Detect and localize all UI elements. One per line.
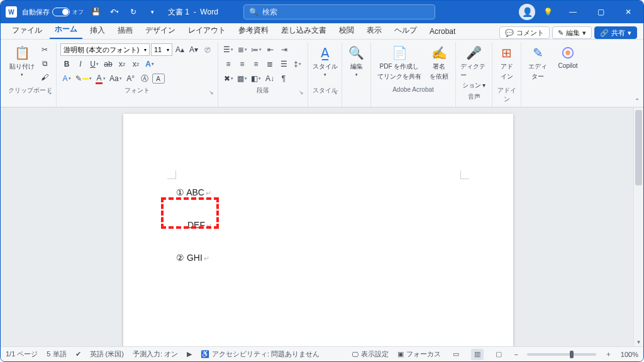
increase-indent-button[interactable]: ⇥ — [278, 43, 291, 56]
text-style-button[interactable]: A▾ — [60, 72, 73, 85]
doc-line-3[interactable]: ② GHI↵ — [176, 251, 212, 266]
close-button[interactable]: ✕ — [616, 1, 641, 23]
tab-design[interactable]: デザイン — [140, 23, 180, 39]
superscript-button[interactable]: x2 — [130, 58, 142, 70]
borders-button[interactable]: ▦▾ — [236, 72, 248, 85]
copy-button[interactable]: ⧉ — [38, 57, 51, 70]
line-spacing-button[interactable]: ‡▾ — [291, 58, 304, 70]
zoom-level[interactable]: 100% — [621, 351, 638, 358]
multilevel-button[interactable]: ≔▾ — [250, 43, 263, 56]
subscript-button[interactable]: x2 — [116, 58, 128, 70]
search-box[interactable]: 🔍 検索 — [243, 4, 435, 19]
language-status[interactable]: 英語 (米国) — [90, 349, 124, 359]
bold-button[interactable]: B — [60, 58, 73, 70]
addins-button[interactable]: ⊞ アド イン — [496, 43, 517, 82]
minimize-button[interactable]: — — [560, 1, 586, 23]
tab-draw[interactable]: 描画 — [113, 23, 138, 39]
web-layout-button[interactable]: ▢ — [492, 349, 505, 360]
share-button[interactable]: 🔗 共有 ▾ — [594, 26, 637, 39]
tab-home[interactable]: ホーム — [50, 21, 82, 39]
shrink-font-button[interactable]: A▾ — [187, 43, 200, 56]
comments-button[interactable]: 💬 コメント — [499, 26, 550, 39]
lightbulb-icon[interactable]: 💡 — [538, 5, 558, 19]
copilot-button[interactable]: Copilot — [553, 43, 583, 70]
enclose-char-button[interactable]: Ⓐ — [138, 72, 151, 85]
font-color-button[interactable]: A▾ — [94, 72, 107, 85]
align-right-button[interactable]: ≡ — [250, 58, 262, 70]
macro-status[interactable]: ▶ — [187, 350, 192, 358]
tab-acrobat[interactable]: Acrobat — [425, 25, 460, 39]
sort-button[interactable]: A↓ — [264, 72, 276, 85]
align-left-button[interactable]: ≡ — [222, 58, 235, 70]
change-case-button[interactable]: Aa▾ — [108, 72, 123, 85]
strikethrough-button[interactable]: ab — [102, 58, 114, 70]
page-count[interactable]: 1/1 ページ — [6, 349, 38, 359]
format-painter-button[interactable]: 🖌 — [38, 71, 51, 84]
dialog-launcher-icon[interactable]: ↘ — [47, 89, 52, 96]
word-count[interactable]: 5 単語 — [47, 349, 66, 359]
document-page[interactable]: ① ABC↵ DEF↵ ② GHI↵ — [123, 114, 513, 346]
account-avatar[interactable]: 👤 — [519, 4, 535, 20]
collapse-ribbon-icon[interactable]: ⌃ — [635, 97, 640, 104]
zoom-in-button[interactable]: ＋ — [605, 349, 612, 359]
zoom-out-button[interactable]: − — [514, 351, 518, 358]
italic-button[interactable]: I — [74, 58, 87, 70]
spellcheck-status[interactable]: ✔ — [75, 350, 81, 358]
cut-button[interactable]: ✂ — [38, 43, 51, 56]
editing-mode-button[interactable]: ✎ 編集 ▾ — [552, 26, 592, 39]
accessibility-status[interactable]: ♿ アクセシビリティ: 問題ありません — [201, 349, 319, 359]
maximize-button[interactable]: ▢ — [588, 1, 613, 23]
styles-button[interactable]: A̲ スタイル▾ — [312, 43, 338, 79]
tab-mailings[interactable]: 差し込み文書 — [276, 23, 331, 39]
bullets-button[interactable]: ☰▾ — [222, 43, 235, 56]
highlight-button[interactable]: ✎▾ — [74, 72, 93, 85]
dialog-launcher-icon[interactable]: ↘ — [299, 89, 304, 96]
undo-icon[interactable]: ↶▾ — [108, 5, 121, 19]
autosave-toggle[interactable]: 自動保存 オフ — [22, 8, 84, 17]
vertical-scrollbar[interactable]: ▲ ▼ — [633, 107, 643, 346]
zoom-knob[interactable] — [570, 351, 574, 358]
tab-help[interactable]: ヘルプ — [389, 23, 422, 39]
dictate-button[interactable]: 🎤 ディクテー ション ▾ — [460, 43, 488, 91]
scroll-thumb[interactable] — [635, 110, 642, 185]
focus-mode[interactable]: ▣ フォーカス — [397, 349, 441, 359]
shading-button[interactable]: ◧▾ — [250, 72, 262, 85]
font-size-combo[interactable]: 11▾ — [151, 43, 172, 56]
numbering-button[interactable]: ≣▾ — [236, 43, 248, 56]
tab-file[interactable]: ファイル — [7, 23, 47, 39]
distributed-button[interactable]: ☰ — [277, 58, 290, 70]
redo-icon[interactable]: ↻ — [126, 5, 140, 19]
create-pdf-button[interactable]: 📄 PDF を作成し てリンクを共有 — [375, 43, 424, 82]
justify-button[interactable]: ≣ — [264, 58, 276, 70]
paste-button[interactable]: 📋 貼り付け ▾ — [8, 43, 36, 79]
show-marks-button[interactable]: ¶ — [277, 72, 290, 85]
zoom-slider[interactable] — [527, 353, 596, 356]
asian-layout-button[interactable]: ✖▾ — [222, 72, 235, 85]
request-signature-button[interactable]: ✍ 署名 を依頼 — [426, 43, 452, 82]
read-mode-button[interactable]: ▭ — [450, 349, 462, 360]
tab-references[interactable]: 参考資料 — [233, 23, 274, 39]
tab-view[interactable]: 表示 — [362, 23, 387, 39]
text-effects-button[interactable]: A▾ — [143, 58, 156, 70]
save-icon[interactable]: 💾 — [89, 5, 103, 19]
underline-button[interactable]: U▾ — [88, 58, 101, 70]
char-border-button[interactable]: A — [152, 74, 165, 84]
scroll-down-icon[interactable]: ▼ — [634, 337, 643, 346]
tab-review[interactable]: 校閲 — [334, 23, 359, 39]
align-center-button[interactable]: ≡ — [236, 58, 248, 70]
font-family-combo[interactable]: 游明朝 (本文のフォント)▾ — [60, 43, 150, 56]
phonetic-guide-button[interactable]: ㋐ — [201, 43, 214, 56]
editor-button[interactable]: ✎ エディ ター — [525, 43, 550, 82]
char-shading-button[interactable]: A° — [125, 72, 137, 85]
dialog-launcher-icon[interactable]: ↘ — [333, 89, 338, 96]
ime-status[interactable]: 予測入力: オン — [133, 349, 178, 359]
print-layout-button[interactable]: ▥ — [471, 349, 484, 360]
dialog-launcher-icon[interactable]: ↘ — [209, 89, 214, 96]
qat-overflow-icon[interactable]: ▾ — [145, 5, 159, 19]
display-settings[interactable]: 🖵 表示設定 — [352, 349, 389, 359]
grow-font-button[interactable]: A▴ — [174, 43, 186, 56]
decrease-indent-button[interactable]: ⇤ — [264, 43, 277, 56]
tab-insert[interactable]: 挿入 — [85, 23, 110, 39]
tab-layout[interactable]: レイアウト — [183, 23, 231, 39]
editing-button[interactable]: 🔍 編集▾ — [346, 43, 367, 79]
